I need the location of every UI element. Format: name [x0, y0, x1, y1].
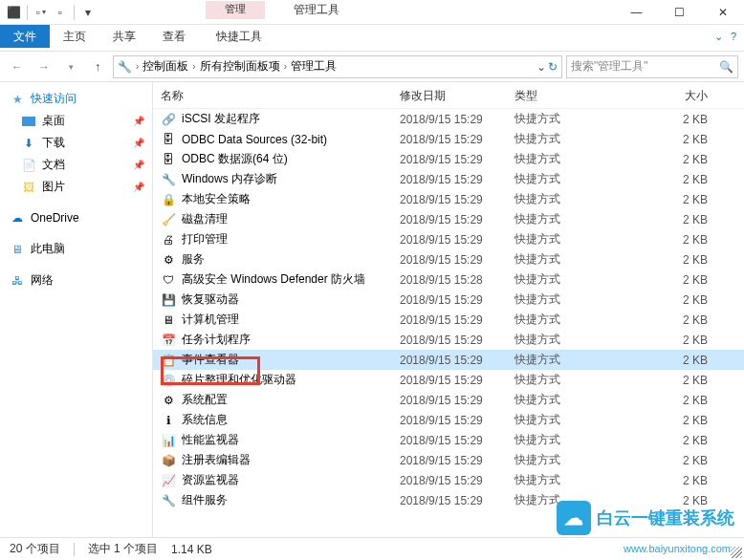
chevron-right-icon[interactable]: › — [284, 61, 287, 72]
sidebar-documents[interactable]: 📄文档📌 — [0, 154, 152, 176]
file-type: 快捷方式 — [514, 472, 610, 488]
resize-grip[interactable] — [731, 547, 742, 558]
watermark-text: 白云一键重装系统 — [597, 506, 734, 529]
file-size: 2 KB — [610, 394, 736, 407]
search-icon[interactable]: 🔍 — [719, 60, 733, 74]
tab-file[interactable]: 文件 — [0, 25, 50, 48]
properties-icon[interactable]: ▫▾ — [33, 5, 49, 20]
file-row[interactable]: 💾恢复驱动器2018/9/15 15:29快捷方式2 KB — [153, 290, 744, 310]
pin-icon: 📌 — [133, 138, 144, 148]
picture-icon: 🖼 — [21, 180, 36, 195]
file-row[interactable]: ⚙系统配置2018/9/15 15:29快捷方式2 KB — [153, 390, 744, 410]
file-row[interactable]: 📊性能监视器2018/9/15 15:29快捷方式2 KB — [153, 430, 744, 450]
app-icon: ⬛ — [6, 5, 21, 20]
file-icon: 💾 — [161, 292, 176, 308]
file-name: 事件查看器 — [182, 352, 400, 368]
breadcrumb-control-panel[interactable]: 控制面板 — [142, 58, 188, 75]
watermark-logo-icon: ☁ — [557, 501, 591, 535]
file-type: 快捷方式 — [514, 432, 610, 448]
file-list: 名称 修改日期 类型 大小 🔗iSCSI 发起程序2018/9/15 15:29… — [153, 82, 744, 539]
file-row[interactable]: 🔒本地安全策略2018/9/15 15:29快捷方式2 KB — [153, 189, 744, 209]
sidebar-downloads[interactable]: ⬇下载📌 — [0, 132, 152, 154]
file-icon: 🔧 — [161, 172, 176, 187]
file-type: 快捷方式 — [514, 332, 610, 348]
file-row[interactable]: ℹ系统信息2018/9/15 15:29快捷方式2 KB — [153, 410, 744, 430]
sidebar-this-pc[interactable]: 🖥此电脑 — [0, 238, 152, 260]
tab-shortcut-tools[interactable]: 快捷工具 — [203, 25, 275, 48]
file-row[interactable]: 🖥计算机管理2018/9/15 15:29快捷方式2 KB — [153, 310, 744, 330]
search-input[interactable]: 搜索"管理工具" 🔍 — [566, 55, 738, 78]
sidebar-pictures[interactable]: 🖼图片📌 — [0, 176, 152, 198]
file-date: 2018/9/15 15:29 — [400, 213, 514, 226]
file-date: 2018/9/15 15:29 — [400, 354, 514, 367]
breadcrumb-all-items[interactable]: 所有控制面板项 — [200, 58, 280, 75]
file-row[interactable]: 📅任务计划程序2018/9/15 15:29快捷方式2 KB — [153, 330, 744, 350]
tab-view[interactable]: 查看 — [149, 25, 199, 48]
file-icon: ℹ — [161, 413, 176, 428]
file-row[interactable]: 🗄ODBC Data Sources (32-bit)2018/9/15 15:… — [153, 129, 744, 149]
column-name[interactable]: 名称 — [161, 88, 400, 104]
file-name: 恢复驱动器 — [182, 291, 400, 308]
file-size: 2 KB — [610, 153, 736, 166]
file-row[interactable]: 🖨打印管理2018/9/15 15:29快捷方式2 KB — [153, 229, 744, 249]
chevron-right-icon[interactable]: › — [136, 61, 139, 72]
file-row[interactable]: 🔧Windows 内存诊断2018/9/15 15:29快捷方式2 KB — [153, 169, 744, 189]
file-row[interactable]: 🛡高级安全 Windows Defender 防火墙2018/9/15 15:2… — [153, 269, 744, 290]
forward-button[interactable]: → — [33, 55, 55, 78]
file-type: 快捷方式 — [514, 251, 610, 268]
minimize-button[interactable]: — — [615, 0, 658, 25]
up-button[interactable]: ↑ — [86, 55, 109, 78]
tab-home[interactable]: 主页 — [50, 25, 99, 48]
close-button[interactable]: ✕ — [701, 0, 744, 25]
file-size: 2 KB — [610, 434, 736, 447]
maximize-button[interactable]: ☐ — [658, 0, 701, 25]
refresh-icon[interactable]: ↻ — [548, 60, 558, 74]
file-row[interactable]: ⚙服务2018/9/15 15:29快捷方式2 KB — [153, 249, 744, 269]
back-button[interactable]: ← — [6, 55, 29, 78]
file-name: 资源监视器 — [182, 472, 400, 488]
file-row[interactable]: 📋事件查看器2018/9/15 15:29快捷方式2 KB — [153, 350, 744, 370]
recent-dropdown[interactable]: ▾ — [59, 55, 82, 78]
sidebar-desktop[interactable]: 桌面📌 — [0, 110, 152, 132]
column-date[interactable]: 修改日期 — [400, 88, 514, 104]
address-icon: 🔧 — [118, 60, 132, 74]
sidebar-onedrive[interactable]: ☁OneDrive — [0, 207, 152, 228]
star-icon: ★ — [10, 92, 25, 107]
sidebar-network[interactable]: 🖧网络 — [0, 269, 152, 291]
tool-context-tab: 管理 — [206, 1, 265, 19]
ribbon-expand-icon[interactable]: ⌄ — [714, 31, 723, 43]
file-date: 2018/9/15 15:29 — [400, 334, 514, 347]
file-name: 系统信息 — [182, 412, 400, 428]
file-name: 计算机管理 — [182, 312, 400, 328]
column-type[interactable]: 类型 — [514, 88, 610, 104]
file-icon: 📅 — [161, 333, 176, 348]
nav-pane: ★快速访问 桌面📌 ⬇下载📌 📄文档📌 🖼图片📌 ☁OneDrive 🖥此电脑 … — [0, 82, 153, 539]
file-name: 高级安全 Windows Defender 防火墙 — [182, 271, 400, 288]
sidebar-quick-access[interactable]: ★快速访问 — [0, 88, 152, 110]
qat-dropdown-icon[interactable]: ▾ — [80, 5, 96, 20]
file-row[interactable]: 🧹磁盘清理2018/9/15 15:29快捷方式2 KB — [153, 209, 744, 229]
file-size: 2 KB — [610, 293, 736, 307]
tab-share[interactable]: 共享 — [99, 25, 149, 48]
file-type: 快捷方式 — [514, 352, 610, 368]
column-size[interactable]: 大小 — [610, 88, 736, 104]
file-size: 2 KB — [610, 173, 736, 186]
breadcrumb-admin-tools[interactable]: 管理工具 — [291, 58, 337, 75]
chevron-right-icon[interactable]: › — [192, 61, 195, 72]
address-dropdown-icon[interactable]: ⌄ — [536, 60, 546, 74]
file-date: 2018/9/15 15:29 — [400, 253, 514, 267]
file-type: 快捷方式 — [514, 312, 610, 328]
file-row[interactable]: 🔗iSCSI 发起程序2018/9/15 15:29快捷方式2 KB — [153, 109, 744, 129]
address-bar[interactable]: 🔧 › 控制面板 › 所有控制面板项 › 管理工具 ⌄ ↻ — [113, 55, 562, 78]
file-row[interactable]: 📈资源监视器2018/9/15 15:29快捷方式2 KB — [153, 470, 744, 490]
file-row[interactable]: 💿碎片整理和优化驱动器2018/9/15 15:29快捷方式2 KB — [153, 370, 744, 390]
file-size: 2 KB — [610, 354, 736, 367]
file-row[interactable]: 🗄ODBC 数据源(64 位)2018/9/15 15:29快捷方式2 KB — [153, 149, 744, 169]
network-icon: 🖧 — [10, 273, 25, 289]
file-type: 快捷方式 — [514, 271, 610, 288]
file-name: 磁盘清理 — [182, 211, 400, 227]
file-size: 2 KB — [610, 213, 736, 226]
qat-icon[interactable]: ▫ — [53, 5, 68, 20]
file-row[interactable]: 📦注册表编辑器2018/9/15 15:29快捷方式2 KB — [153, 450, 744, 470]
ribbon-help-icon[interactable]: ? — [731, 31, 736, 43]
